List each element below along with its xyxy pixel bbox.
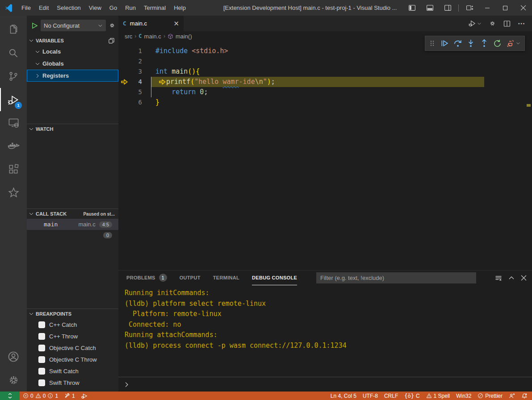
toggle-secondary-sidebar-icon[interactable] xyxy=(439,0,457,16)
formatter-status[interactable]: Prettier xyxy=(474,392,506,400)
encoding-status[interactable]: UTF-8 xyxy=(360,392,381,400)
breakpoint-checkbox[interactable] xyxy=(38,356,45,363)
start-debug-icon[interactable] xyxy=(31,22,38,29)
panel-tab-debug-console[interactable]: DEBUG CONSOLE xyxy=(252,271,297,285)
breakpoint-item[interactable]: C++ Catch xyxy=(27,319,118,330)
problems-status[interactable]: 0 0 1 xyxy=(20,392,61,400)
gutter-glyph-margin[interactable] xyxy=(118,67,134,77)
customize-layout-icon[interactable] xyxy=(461,0,478,16)
step-into-icon[interactable] xyxy=(466,39,475,48)
breakpoint-item[interactable]: Objective C Catch xyxy=(27,342,118,354)
stack-frame-row[interactable]: main main.c 4:5 xyxy=(27,219,118,230)
menu-file[interactable]: File xyxy=(17,0,35,16)
feedback-status[interactable] xyxy=(506,392,518,400)
activity-remote-explorer[interactable] xyxy=(0,111,27,134)
breakpoint-item[interactable]: Objective C Throw xyxy=(27,354,118,365)
gutter-glyph-margin[interactable] xyxy=(118,87,134,97)
breakpoint-checkbox[interactable] xyxy=(38,321,45,328)
maximize-panel-icon[interactable] xyxy=(508,275,515,281)
notifications-status[interactable] xyxy=(518,392,532,400)
step-out-icon[interactable] xyxy=(480,39,489,48)
panel-tab-output[interactable]: OUTPUT xyxy=(180,271,201,285)
step-over-icon[interactable] xyxy=(453,39,462,48)
line-number[interactable]: 3 xyxy=(134,67,142,77)
close-button[interactable] xyxy=(514,0,532,16)
menu-run[interactable]: Run xyxy=(121,0,140,16)
watch-header[interactable]: WATCH xyxy=(27,124,118,134)
debug-configuration-dropdown[interactable]: No Configurat xyxy=(41,20,106,31)
line-number[interactable]: 6 xyxy=(134,97,142,108)
activity-settings[interactable] xyxy=(0,368,27,392)
run-or-debug-button[interactable] xyxy=(469,20,482,27)
breakpoint-item[interactable]: C++ Throw xyxy=(27,330,118,342)
breadcrumb-symbol[interactable]: main() xyxy=(176,33,192,40)
code-editor[interactable]: 1#include <stdio.h>23int main(){4printf(… xyxy=(118,41,532,270)
platform-status[interactable]: Win32 xyxy=(453,392,474,400)
drag-grip-icon[interactable] xyxy=(429,40,436,46)
code-line-text[interactable]: printf("hello wamr-ide\n"); xyxy=(142,77,275,87)
line-number[interactable]: 1 xyxy=(134,46,142,56)
debug-console-input[interactable] xyxy=(118,377,532,392)
menu-selection[interactable]: Selection xyxy=(53,0,84,16)
breakpoint-checkbox[interactable] xyxy=(38,333,45,340)
panel-tab-terminal[interactable]: TERMINAL xyxy=(213,271,239,285)
menu-help[interactable]: Help xyxy=(170,0,190,16)
copy-value-icon[interactable] xyxy=(108,38,115,44)
breakpoints-header[interactable]: BREAKPOINTS xyxy=(27,309,118,319)
editor-tab-main-c[interactable]: C main.c ✕ xyxy=(118,16,184,31)
breakpoint-checkbox[interactable] xyxy=(38,368,45,375)
continue-icon[interactable] xyxy=(440,39,449,48)
code-line-text[interactable] xyxy=(142,56,155,67)
eol-status[interactable]: CRLF xyxy=(381,392,401,400)
clear-console-icon[interactable] xyxy=(495,275,502,282)
variables-item-globals[interactable]: Globals xyxy=(27,58,118,70)
debug-settings-gear-icon[interactable] xyxy=(109,22,116,29)
activity-explorer[interactable] xyxy=(0,18,27,42)
breadcrumb-src[interactable]: src xyxy=(125,33,132,40)
activity-run-and-debug[interactable]: 1 xyxy=(0,88,27,111)
toolchain-status[interactable]: 1 xyxy=(61,392,78,400)
activity-docker[interactable] xyxy=(0,134,27,158)
language-mode-status[interactable]: {ӧ} C xyxy=(401,392,423,400)
more-actions-icon[interactable]: ⋯ xyxy=(518,19,526,28)
thread-row[interactable]: 0 xyxy=(27,230,118,241)
menu-view[interactable]: View xyxy=(85,0,105,16)
line-number[interactable]: 4 xyxy=(134,77,142,87)
variables-header[interactable]: VARIABLES xyxy=(27,36,118,46)
minimize-button[interactable] xyxy=(478,0,496,16)
breakpoint-checkbox[interactable] xyxy=(38,345,45,351)
restart-icon[interactable] xyxy=(493,39,502,48)
editor-settings-gear-icon[interactable] xyxy=(489,20,496,27)
debug-session-status[interactable] xyxy=(78,392,91,400)
menu-terminal[interactable]: Terminal xyxy=(140,0,170,16)
toggle-panel-icon[interactable] xyxy=(421,0,439,16)
line-number[interactable]: 2 xyxy=(134,56,142,67)
tab-close-icon[interactable]: ✕ xyxy=(173,20,179,27)
call-stack-header[interactable]: CALL STACK Paused on st... xyxy=(27,209,118,219)
activity-extensions[interactable] xyxy=(0,158,27,181)
gutter-glyph-margin[interactable] xyxy=(118,97,134,108)
disconnect-button[interactable] xyxy=(506,39,520,48)
activity-source-control[interactable] xyxy=(0,65,27,88)
menu-go[interactable]: Go xyxy=(105,0,121,16)
variables-item-registers[interactable]: Registers xyxy=(27,70,118,82)
gutter-glyph-margin[interactable] xyxy=(118,56,134,67)
gutter-glyph-margin[interactable] xyxy=(118,77,134,87)
variables-item-locals[interactable]: Locals xyxy=(27,46,118,58)
line-number[interactable]: 5 xyxy=(134,87,142,97)
activity-accounts[interactable] xyxy=(0,345,27,368)
filter-input[interactable] xyxy=(317,275,476,281)
gutter-glyph-margin[interactable] xyxy=(118,46,134,56)
remote-indicator[interactable] xyxy=(0,392,20,400)
breadcrumb-file[interactable]: main.c xyxy=(144,33,161,40)
cursor-position-status[interactable]: Ln 4, Col 5 xyxy=(327,392,360,400)
code-line-text[interactable]: } xyxy=(142,97,159,108)
toggle-sidebar-icon[interactable] xyxy=(403,0,421,16)
activity-search[interactable] xyxy=(0,42,27,65)
menu-edit[interactable]: Edit xyxy=(35,0,53,16)
close-panel-icon[interactable] xyxy=(521,275,527,281)
breakpoint-item[interactable]: Swift Throw xyxy=(27,377,118,388)
spell-status[interactable]: 1 Spell xyxy=(423,392,453,400)
breakpoint-item[interactable]: Swift Catch xyxy=(27,365,118,377)
panel-tab-problems[interactable]: PROBLEMS1 xyxy=(126,271,167,285)
